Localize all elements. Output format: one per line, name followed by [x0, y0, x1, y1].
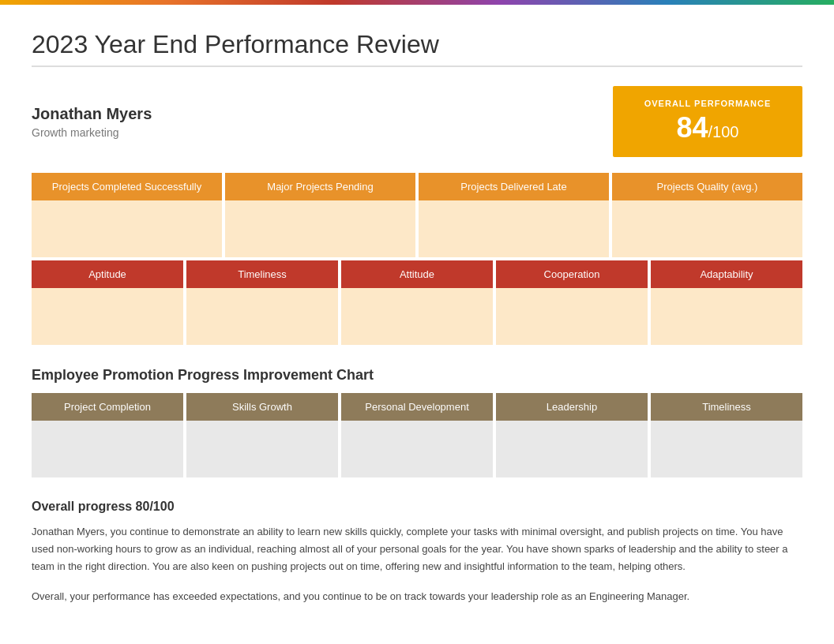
- promo-header-1: Skills Growth: [186, 393, 338, 421]
- skill-card-1: Timeliness: [186, 260, 338, 345]
- overall-performance-label: OVERALL PERFORMANCE: [638, 99, 777, 108]
- skill-card-3: Cooperation: [496, 260, 648, 345]
- skill-header-3: Cooperation: [496, 260, 648, 288]
- stat-body-3: [612, 200, 802, 257]
- skills-grid: Aptitude Timeliness Attitude Cooperation…: [32, 260, 802, 345]
- skill-card-0: Aptitude: [32, 260, 183, 345]
- main-content: 2023 Year End Performance Review Jonatha…: [0, 5, 834, 631]
- score-denominator: /100: [708, 123, 739, 140]
- promo-body-4: [651, 421, 802, 477]
- skill-header-1: Timeliness: [186, 260, 338, 288]
- promo-card-1: Skills Growth: [186, 393, 338, 477]
- promo-body-2: [341, 421, 493, 477]
- promotion-section-title: Employee Promotion Progress Improvement …: [32, 367, 802, 384]
- stats-grid: Projects Completed Successfully Major Pr…: [32, 173, 802, 257]
- stat-card-3: Projects Quality (avg.): [612, 173, 802, 257]
- promo-card-2: Personal Development: [341, 393, 493, 477]
- skill-card-4: Adaptability: [651, 260, 802, 345]
- employee-info: Jonathan Myers Growth marketing: [32, 105, 152, 139]
- skill-header-0: Aptitude: [32, 260, 183, 288]
- promo-header-4: Timeliness: [651, 393, 802, 421]
- skill-body-1: [186, 288, 338, 345]
- promo-header-2: Personal Development: [341, 393, 493, 421]
- feedback-text-2: Overall, your performance has exceeded e…: [32, 588, 802, 605]
- promo-body-1: [186, 421, 338, 477]
- promotion-grid: Project Completion Skills Growth Persona…: [32, 393, 802, 477]
- promo-card-3: Leadership: [496, 393, 648, 477]
- skill-header-2: Attitude: [341, 260, 493, 288]
- stat-header-0: Projects Completed Successfully: [32, 173, 222, 200]
- overall-progress-title: Overall progress 80/100: [32, 500, 802, 514]
- skill-body-4: [651, 288, 802, 345]
- overall-performance-box: OVERALL PERFORMANCE 84/100: [613, 86, 802, 157]
- stat-body-2: [419, 200, 609, 257]
- feedback-text-1: Jonathan Myers, you continue to demonstr…: [32, 523, 802, 575]
- skill-body-2: [341, 288, 493, 345]
- promo-card-4: Timeliness: [651, 393, 802, 477]
- skill-card-2: Attitude: [341, 260, 493, 345]
- stat-header-3: Projects Quality (avg.): [612, 173, 802, 200]
- employee-name: Jonathan Myers: [32, 105, 152, 123]
- stat-card-1: Major Projects Pending: [225, 173, 415, 257]
- stat-header-2: Projects Delivered Late: [419, 173, 609, 200]
- score-value: 84: [677, 111, 708, 144]
- skill-body-3: [496, 288, 648, 345]
- promo-header-3: Leadership: [496, 393, 648, 421]
- employee-role: Growth marketing: [32, 126, 152, 139]
- promo-body-0: [32, 421, 183, 477]
- stat-card-0: Projects Completed Successfully: [32, 173, 222, 257]
- skill-body-0: [32, 288, 183, 345]
- promo-header-0: Project Completion: [32, 393, 183, 421]
- page-title: 2023 Year End Performance Review: [32, 30, 802, 67]
- stat-body-1: [225, 200, 415, 257]
- promo-card-0: Project Completion: [32, 393, 183, 477]
- stat-body-0: [32, 200, 222, 257]
- overall-performance-score: 84/100: [638, 111, 777, 144]
- employee-header: Jonathan Myers Growth marketing OVERALL …: [32, 86, 802, 157]
- promo-body-3: [496, 421, 648, 477]
- skill-header-4: Adaptability: [651, 260, 802, 288]
- stat-card-2: Projects Delivered Late: [419, 173, 609, 257]
- stat-header-1: Major Projects Pending: [225, 173, 415, 200]
